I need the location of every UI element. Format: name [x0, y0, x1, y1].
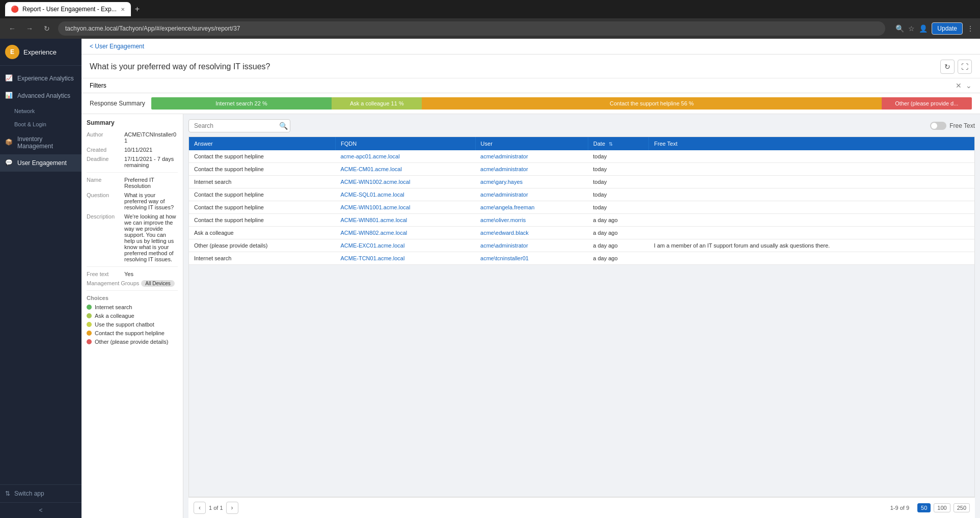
cell-free-text: [649, 150, 974, 163]
sidebar-item-inventory-management[interactable]: 📦 Inventory Management: [0, 131, 81, 154]
next-page-btn[interactable]: ›: [226, 502, 238, 514]
collapse-icon: <: [39, 507, 42, 514]
user-link[interactable]: acme\administrator: [480, 192, 528, 198]
fqdn-link[interactable]: ACME-WIN1001.acme.local: [340, 204, 410, 210]
table-row[interactable]: Ask a colleague ACME-WIN802.acme.local a…: [189, 227, 974, 239]
choice-label: Internet search: [95, 304, 132, 310]
sidebar-label-user-engagement: User Engagement: [17, 159, 67, 167]
choice-dot: [87, 305, 92, 310]
filters-close-btn[interactable]: ✕: [956, 81, 962, 90]
forward-btn[interactable]: →: [23, 22, 36, 35]
user-link[interactable]: acme\angela.freeman: [480, 204, 534, 210]
cell-fqdn: ACME-WIN801.acme.local: [335, 214, 475, 227]
tab-close-btn[interactable]: ✕: [121, 7, 125, 12]
page-size-250[interactable]: 250: [954, 503, 970, 512]
back-btn[interactable]: ←: [6, 22, 18, 35]
cell-answer: Contact the support helpline: [189, 188, 335, 201]
user-link[interactable]: acme\tcninstaller01: [480, 255, 529, 261]
col-user[interactable]: User: [475, 137, 588, 150]
page-of-info: 1 of 1: [209, 505, 223, 511]
pagination: ‹ 1 of 1 › 1-9 of 9 50 100 25: [188, 497, 975, 518]
cell-answer: Internet search: [189, 176, 335, 188]
sidebar: E Experience 📈 Experience Analytics 📊 Ad…: [0, 39, 81, 518]
sidebar-item-network[interactable]: Network: [0, 104, 81, 118]
col-date[interactable]: Date ⇅: [588, 137, 649, 150]
expand-btn[interactable]: ⛶: [958, 60, 972, 74]
user-link[interactable]: acme\edward.black: [480, 230, 529, 236]
fqdn-link[interactable]: ACME-SQL01.acme.local: [340, 192, 404, 198]
address-bar[interactable]: [58, 21, 885, 36]
profile-icon[interactable]: 👤: [919, 24, 928, 33]
pagination-controls: ‹ 1 of 1 ›: [194, 502, 238, 514]
user-link[interactable]: acme\administrator: [480, 166, 528, 172]
table-row[interactable]: Internet search ACME-WIN1002.acme.local …: [189, 176, 974, 188]
sidebar-header: E Experience: [0, 39, 81, 66]
refresh-btn[interactable]: ↻: [41, 22, 53, 35]
user-link[interactable]: acme\administrator: [480, 153, 528, 159]
fqdn-link[interactable]: ACME-TCN01.acme.local: [340, 255, 404, 261]
table-row[interactable]: Contact the support helpline acme-apc01.…: [189, 150, 974, 163]
bookmark-icon[interactable]: ☆: [908, 24, 915, 33]
free-text-label: Free text: [87, 271, 122, 277]
fqdn-link[interactable]: ACME-CM01.acme.local: [340, 166, 401, 172]
browser-chrome: 🔴 Report - User Engagement - Exp... ✕ +: [0, 0, 980, 18]
table-row[interactable]: Contact the support helpline ACME-WIN100…: [189, 201, 974, 214]
fqdn-link[interactable]: acme-apc01.acme.local: [340, 153, 399, 159]
fqdn-link[interactable]: ACME-WIN1002.acme.local: [340, 179, 410, 185]
page-size-100[interactable]: 100: [934, 503, 950, 512]
choice-item: Internet search: [87, 304, 178, 310]
fqdn-link[interactable]: ACME-EXC01.acme.local: [340, 242, 404, 249]
app-wrapper: E Experience 📈 Experience Analytics 📊 Ad…: [0, 39, 980, 518]
col-free-text[interactable]: Free Text: [649, 137, 974, 150]
author-label: Author: [87, 131, 122, 144]
switch-app-icon: ⇅: [5, 490, 10, 497]
search-input[interactable]: [188, 119, 290, 132]
breadcrumb[interactable]: < User Engagement: [90, 43, 144, 50]
tab-title: Report - User Engagement - Exp...: [22, 6, 117, 13]
fqdn-link[interactable]: ACME-WIN801.acme.local: [340, 217, 407, 223]
browser-tab[interactable]: 🔴 Report - User Engagement - Exp... ✕: [5, 2, 131, 16]
refresh-page-btn[interactable]: ↻: [940, 60, 955, 74]
user-link[interactable]: acme\administrator: [480, 242, 528, 249]
cell-user: acme\edward.black: [475, 227, 588, 239]
sidebar-item-user-engagement[interactable]: 💬 User Engagement: [0, 154, 81, 172]
sidebar-collapse-btn[interactable]: <: [0, 502, 81, 518]
search-browser-icon[interactable]: 🔍: [895, 24, 904, 33]
col-fqdn[interactable]: FQDN: [335, 137, 475, 150]
table-row[interactable]: Contact the support helpline ACME-CM01.a…: [189, 163, 974, 176]
col-answer[interactable]: Answer: [189, 137, 335, 150]
fqdn-link[interactable]: ACME-WIN802.acme.local: [340, 230, 407, 236]
content-area: Summary Author ACME\TCNInstaller01 Creat…: [81, 114, 980, 518]
response-summary-label: Response Summary: [90, 100, 145, 107]
cell-free-text: [649, 201, 974, 214]
update-button[interactable]: Update: [932, 22, 963, 35]
new-tab-btn[interactable]: +: [135, 5, 140, 14]
cell-user: acme\gary.hayes: [475, 176, 588, 188]
table-row[interactable]: Contact the support helpline ACME-WIN801…: [189, 214, 974, 227]
table-wrapper: Answer FQDN User Date ⇅: [188, 137, 975, 497]
page-size-50[interactable]: 50: [917, 503, 931, 512]
sidebar-item-advanced-analytics[interactable]: 📊 Advanced Analytics: [0, 87, 81, 104]
col-user-label: User: [481, 141, 493, 147]
cell-answer: Contact the support helpline: [189, 201, 335, 214]
table-row[interactable]: Internet search ACME-TCN01.acme.local ac…: [189, 252, 974, 265]
choice-item: Contact the support helpline: [87, 330, 178, 336]
choice-dot: [87, 313, 92, 318]
search-button[interactable]: 🔍: [279, 122, 288, 130]
sidebar-item-boot-login[interactable]: Boot & Login: [0, 118, 81, 131]
prev-page-btn[interactable]: ‹: [194, 502, 206, 514]
user-link[interactable]: acme\gary.hayes: [480, 179, 523, 185]
user-link[interactable]: acme\oliver.morris: [480, 217, 526, 223]
table-header: Answer FQDN User Date ⇅: [189, 137, 974, 150]
cell-date: today: [588, 150, 649, 163]
filters-expand-btn[interactable]: ⌄: [966, 81, 972, 90]
rs-segment-0-label: Internet search 22 %: [215, 100, 267, 106]
sidebar-item-experience-analytics[interactable]: 📈 Experience Analytics: [0, 70, 81, 87]
deadline-label: Deadline: [87, 156, 122, 168]
sort-icon: ⇅: [609, 141, 613, 147]
table-row[interactable]: Other (please provide details) ACME-EXC0…: [189, 239, 974, 252]
menu-icon[interactable]: ⋮: [967, 24, 974, 33]
switch-app-btn[interactable]: ⇅ Switch app: [0, 484, 81, 502]
table-row[interactable]: Contact the support helpline ACME-SQL01.…: [189, 188, 974, 201]
free-text-toggle-switch[interactable]: [930, 122, 946, 130]
